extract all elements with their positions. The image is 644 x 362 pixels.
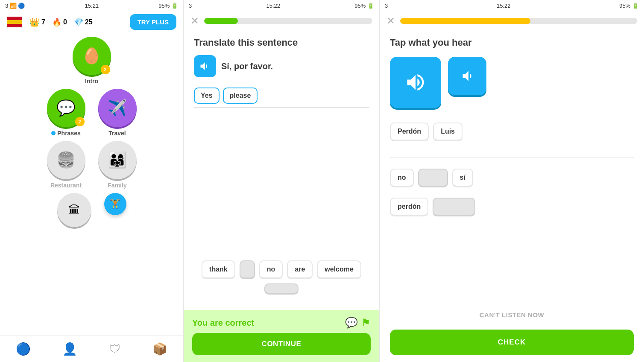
active-dot bbox=[51, 131, 56, 135]
chest-icon: 📦 bbox=[152, 342, 167, 356]
nav-chest[interactable]: 📦 bbox=[152, 342, 167, 356]
time-2: 15:22 bbox=[266, 3, 281, 9]
dumbbell-icon: 🏋️ bbox=[109, 199, 121, 210]
answer-area: Yes please bbox=[194, 84, 369, 108]
exercise-content-3: Tap what you hear Perdón Luis no sí bbox=[380, 30, 644, 330]
family-label: Family bbox=[108, 182, 126, 189]
close-button-2[interactable]: ✕ bbox=[190, 15, 199, 27]
gem-icon: 💎 bbox=[74, 18, 83, 27]
restaurant-circle: 🍔 bbox=[47, 141, 85, 179]
gem-stat: 💎 25 bbox=[74, 18, 93, 27]
word-blank1 bbox=[240, 260, 255, 279]
intro-badge: 2 bbox=[101, 65, 110, 74]
flame-stat: 🔥 0 bbox=[52, 18, 67, 27]
audio-card-large[interactable] bbox=[390, 57, 441, 108]
word-bank-3: Perdón Luis bbox=[390, 118, 634, 146]
speaker-large-icon bbox=[404, 71, 427, 93]
continue-button[interactable]: CONTINUE bbox=[192, 333, 371, 355]
spacer-3 bbox=[390, 221, 634, 307]
selected-word-yes[interactable]: Yes bbox=[194, 88, 220, 104]
nav-profile[interactable]: 👤 bbox=[62, 342, 77, 356]
try-plus-button[interactable]: TRY PLUS bbox=[130, 14, 176, 30]
word-bank-2: thank no are welcome bbox=[194, 252, 369, 303]
extra-row: 🏛 🏋️ bbox=[57, 193, 126, 227]
crown-icon: 👑 bbox=[29, 17, 40, 27]
flag-report-icon[interactable]: ⚑ bbox=[361, 317, 371, 329]
chat-icon[interactable]: 💬 bbox=[345, 317, 358, 329]
phrases-circle: 💬 2 bbox=[47, 89, 85, 127]
top-bar: 👑 7 🔥 0 💎 25 TRY PLUS bbox=[0, 12, 183, 32]
audio-card-small[interactable] bbox=[448, 57, 486, 95]
signal-1: 3 📶 🔵 bbox=[5, 3, 25, 9]
status-bar-3: 3 15:22 95% 🔋 bbox=[380, 0, 644, 12]
phrases-label: Phrases bbox=[51, 130, 80, 137]
nav-home[interactable]: 🔵 bbox=[16, 342, 31, 356]
family-circle: 👨‍👩‍👧 bbox=[98, 141, 137, 179]
lesson-phrases[interactable]: 💬 2 Phrases bbox=[47, 89, 85, 137]
restaurant-icon: 🍔 bbox=[56, 151, 76, 169]
exercise-button[interactable]: 🏋️ bbox=[104, 193, 126, 215]
progress-bar-2 bbox=[204, 18, 372, 24]
answer-perdon2[interactable]: perdón bbox=[390, 198, 428, 216]
word-luis[interactable]: Luis bbox=[433, 123, 463, 141]
answer-no[interactable]: no bbox=[390, 169, 414, 187]
check-button[interactable]: CHECK bbox=[390, 330, 634, 355]
audio-button-2[interactable] bbox=[194, 55, 216, 77]
answer-si[interactable]: sí bbox=[452, 169, 473, 187]
cant-listen-text[interactable]: CAN'T LISTEN NOW bbox=[390, 307, 634, 323]
correct-icons: 💬 ⚑ bbox=[345, 317, 371, 329]
correct-banner: You are correct 💬 ⚑ CONTINUE bbox=[184, 310, 379, 362]
shield-icon: 🛡 bbox=[109, 342, 121, 356]
status-bar-1: 3 📶 🔵 15:21 95% 🔋 bbox=[0, 0, 183, 12]
word-no-2[interactable]: no bbox=[259, 260, 283, 279]
time-1: 15:21 bbox=[85, 3, 99, 9]
panel-listen: 3 15:22 95% 🔋 ✕ Tap what you hear Perdón bbox=[380, 0, 644, 362]
word-perdon-3[interactable]: Perdón bbox=[390, 123, 429, 141]
answer-area-3b: perdón bbox=[390, 193, 634, 221]
family-icon: 👨‍👩‍👧 bbox=[108, 151, 127, 169]
flame-value: 0 bbox=[63, 18, 67, 26]
answer-area-3: no sí bbox=[390, 164, 634, 192]
word-thank[interactable]: thank bbox=[202, 260, 235, 279]
panel-home: 3 📶 🔵 15:21 95% 🔋 👑 7 🔥 0 💎 25 TRY PLUS bbox=[0, 0, 184, 362]
battery-1: 95% 🔋 bbox=[158, 3, 178, 9]
crown-value: 7 bbox=[41, 18, 45, 26]
lesson-family[interactable]: 👨‍👩‍👧 Family bbox=[98, 141, 137, 189]
word-are[interactable]: are bbox=[287, 260, 313, 279]
intro-circle: 🥚 2 bbox=[73, 37, 111, 75]
battery-3: 95% 🔋 bbox=[619, 3, 639, 9]
exercise-title-2: Translate this sentence bbox=[194, 37, 369, 48]
phrases-travel-row: 💬 2 Phrases ✈️ Travel bbox=[47, 89, 137, 137]
answer-blank2 bbox=[433, 198, 475, 216]
intro-icon: 🥚 bbox=[82, 47, 101, 65]
crown-stat: 👑 7 bbox=[29, 17, 45, 27]
speaker-small-icon bbox=[460, 68, 475, 84]
answer-blank1 bbox=[418, 169, 448, 187]
close-button-3[interactable]: ✕ bbox=[386, 15, 395, 27]
extra-icon: 🏛 bbox=[68, 203, 80, 217]
status-bar-2: 3 15:22 95% 🔋 bbox=[184, 0, 379, 12]
selected-word-please[interactable]: please bbox=[223, 88, 258, 104]
time-3: 15:22 bbox=[497, 3, 511, 9]
flame-icon: 🔥 bbox=[52, 18, 61, 27]
battery-2: 95% 🔋 bbox=[354, 3, 374, 9]
lesson-restaurant[interactable]: 🍔 Restaurant bbox=[47, 141, 85, 189]
home-icon: 🔵 bbox=[16, 342, 31, 356]
lesson-travel[interactable]: ✈️ Travel bbox=[98, 89, 137, 137]
nav-shield[interactable]: 🛡 bbox=[109, 342, 121, 356]
intro-row: 🥚 2 Intro bbox=[73, 37, 111, 85]
lessons-area: 🥚 2 Intro 💬 2 Phrases ✈️ bbox=[0, 32, 183, 336]
lesson-extra[interactable]: 🏛 bbox=[57, 193, 91, 227]
signal-2: 3 bbox=[189, 3, 192, 9]
sentence-text: Sí, por favor. bbox=[221, 61, 273, 71]
audio-cards bbox=[390, 57, 634, 108]
exercise-content-2: Translate this sentence Sí, por favor. Y… bbox=[184, 30, 379, 310]
restaurant-label: Restaurant bbox=[50, 182, 82, 189]
intro-label: Intro bbox=[85, 78, 98, 85]
gem-value: 25 bbox=[85, 18, 93, 26]
exercise-header-2: ✕ bbox=[184, 12, 379, 30]
word-welcome[interactable]: welcome bbox=[317, 260, 361, 279]
restaurant-family-row: 🍔 Restaurant 👨‍👩‍👧 Family bbox=[47, 141, 137, 189]
lesson-intro[interactable]: 🥚 2 Intro bbox=[73, 37, 111, 85]
panel-translate: 3 15:22 95% 🔋 ✕ Translate this sentence … bbox=[184, 0, 380, 362]
